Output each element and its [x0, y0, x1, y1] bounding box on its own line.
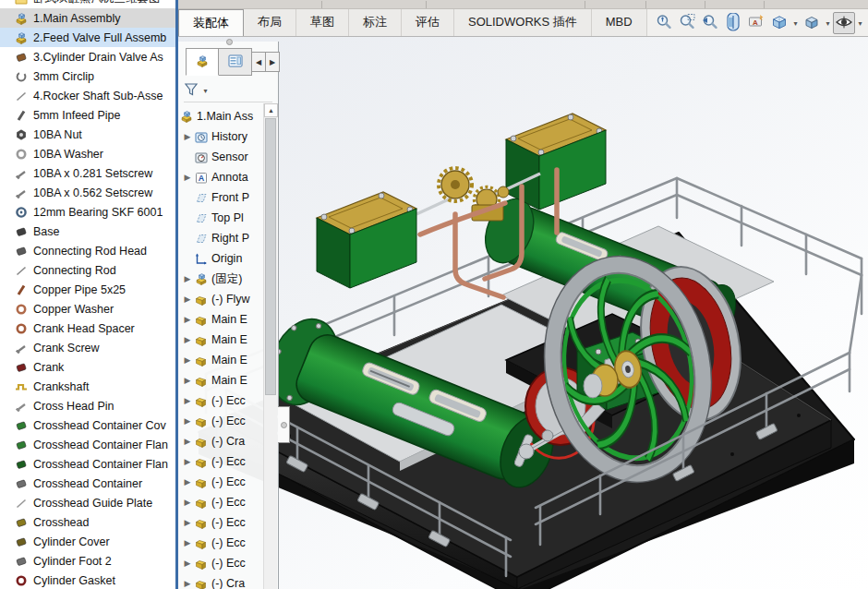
tree-item[interactable]: 1.Main Ass — [178, 106, 263, 126]
sidebar-item[interactable]: Cylinder Cover — [0, 532, 175, 551]
tree-item[interactable]: Front P — [178, 187, 263, 208]
sidebar-item[interactable]: Crosshead Container Cov — [0, 415, 175, 435]
panel-splitter-dot[interactable] — [226, 39, 233, 45]
chevron-down-icon[interactable]: ▾ — [824, 19, 832, 28]
tree-filter[interactable]: ▾ — [184, 79, 272, 102]
tree-item[interactable]: ▶ (-) Ecc — [178, 411, 263, 431]
panel-collapse-handle[interactable] — [278, 406, 290, 443]
display-style-button[interactable] — [801, 12, 823, 34]
expand-arrow-icon[interactable]: ▶ — [182, 315, 193, 324]
tree-item[interactable]: ▶ (-) Ecc — [178, 472, 263, 492]
sidebar-item[interactable]: Crosshead — [0, 512, 175, 532]
tab-布局[interactable]: 布局 — [244, 9, 296, 36]
expand-arrow-icon[interactable]: ▶ — [182, 437, 193, 446]
sidebar-item[interactable]: Copper Washer — [0, 299, 175, 319]
sidebar-item[interactable]: 3.Cylinder Drain Valve As — [0, 47, 175, 66]
tree-item[interactable]: Origin — [178, 248, 263, 269]
tab-MBD[interactable]: MBD — [592, 9, 647, 36]
zoom-to-area-button[interactable] — [676, 12, 698, 34]
expand-arrow-icon[interactable]: ▶ — [182, 477, 193, 487]
hide-show-items-button[interactable] — [833, 12, 855, 34]
tab-SOLIDWORKS 插件[interactable]: SOLIDWORKS 插件 — [454, 9, 592, 36]
sidebar-item[interactable]: Crank — [0, 357, 175, 377]
chevron-down-icon[interactable]: ▾ — [791, 19, 800, 28]
tree-item[interactable]: ▶ Main E — [178, 309, 263, 330]
front-valve-chest[interactable] — [317, 192, 416, 288]
annotation-visibility-button[interactable]: A — [745, 12, 767, 34]
chevron-down-icon[interactable]: ▾ — [856, 19, 864, 28]
expand-arrow-icon[interactable]: ▶ — [182, 396, 193, 405]
tab-评估[interactable]: 评估 — [402, 9, 454, 36]
sidebar-item[interactable]: Crank Head Spacer — [0, 319, 175, 338]
tab-display-pane[interactable] — [219, 48, 252, 76]
tree-item[interactable]: Top Pl — [178, 208, 263, 228]
expand-arrow-icon[interactable]: ▶ — [182, 498, 193, 507]
tree-item[interactable]: ▶ Main E — [178, 370, 263, 391]
tree-item[interactable]: Sensor — [178, 147, 263, 167]
sidebar-item[interactable]: 3mm Circlip — [0, 66, 175, 86]
sidebar-item-clipped[interactable]: 卧式双缸蒸汽机三维套图 — [0, 0, 175, 8]
sidebar-item[interactable]: Crosshead Container Flan — [0, 435, 175, 454]
sidebar-item[interactable]: Base — [0, 222, 175, 241]
section-view-button[interactable] — [722, 12, 744, 34]
tree-item[interactable]: ▶ (-) Cra — [178, 573, 263, 589]
tree-item[interactable]: ▶ Main E — [178, 330, 263, 350]
sidebar-item[interactable]: Crankshaft — [0, 377, 175, 396]
tree-scrollbar[interactable]: ▲ — [263, 103, 277, 589]
tab-标注[interactable]: 标注 — [349, 9, 402, 36]
sidebar-item[interactable]: Cylinder Gasket — [0, 571, 175, 589]
graphics-viewport[interactable] — [178, 37, 868, 589]
tab-草图[interactable]: 草图 — [296, 9, 349, 36]
expand-arrow-icon[interactable]: ▶ — [182, 173, 193, 182]
tree-item[interactable]: ▶ (-) Ecc — [178, 553, 263, 573]
tree-item[interactable]: ▶ History — [178, 126, 263, 147]
sidebar-item[interactable]: 2.Feed Valve Full Assemb — [0, 28, 175, 47]
expand-arrow-icon[interactable]: ▶ — [182, 335, 193, 344]
sidebar-item[interactable]: 12mm Bearing SKF 6001 — [0, 202, 175, 222]
expand-arrow-icon[interactable]: ▶ — [182, 355, 193, 365]
sidebar-item[interactable]: Crank Screw — [0, 338, 175, 357]
tree-item[interactable]: ▶ Main E — [178, 350, 263, 370]
sidebar-item[interactable]: Crosshead Guide Plate — [0, 493, 175, 512]
tree-item[interactable]: ▶ (-) Cra — [178, 431, 263, 451]
tree-item[interactable]: ▶ (-) Ecc — [178, 533, 263, 553]
sidebar-item[interactable]: Copper Pipe 5x25 — [0, 280, 175, 299]
expand-arrow-icon[interactable]: ▶ — [182, 457, 193, 466]
sidebar-item[interactable]: 10BA Nut — [0, 125, 175, 144]
expand-arrow-icon[interactable]: ▶ — [182, 132, 193, 141]
expand-arrow-icon[interactable]: ▶ — [182, 274, 193, 283]
expand-arrow-icon[interactable]: ▶ — [182, 416, 193, 426]
engine-3d-model[interactable] — [178, 37, 868, 589]
sidebar-item[interactable]: Crosshead Container Flan — [0, 454, 175, 474]
sidebar-item[interactable]: Cylinder Foot 2 — [0, 551, 175, 571]
scroll-thumb[interactable] — [265, 118, 276, 395]
expand-arrow-icon[interactable]: ▶ — [182, 559, 193, 568]
sidebar-item[interactable]: 10BA x 0.281 Setscrew — [0, 163, 175, 183]
tree-item[interactable]: ▶ (-) Ecc — [178, 512, 263, 533]
sidebar-item[interactable]: Connecting Rod — [0, 260, 175, 280]
scroll-up-button[interactable]: ▲ — [264, 103, 278, 117]
tree-item[interactable]: ▶ (-) Flyw — [178, 289, 263, 309]
expand-arrow-icon[interactable]: ▶ — [182, 538, 193, 547]
zoom-to-fit-button[interactable] — [653, 12, 675, 34]
tree-tab-right-arrow[interactable]: ▶ — [266, 52, 280, 72]
view-orientation-button[interactable] — [768, 12, 790, 34]
tab-feature-manager[interactable] — [186, 48, 219, 76]
sidebar-item[interactable]: 10BA x 0.562 Setscrew — [0, 183, 175, 202]
tree-item[interactable]: ▶ (-) Ecc — [178, 492, 263, 512]
sidebar-item[interactable]: Connecting Rod Head — [0, 241, 175, 260]
tab-装配体[interactable]: 装配体 — [178, 9, 244, 36]
tree-item[interactable]: ▶ (固定) — [178, 269, 263, 289]
sidebar-item[interactable]: 1.Main Assembly — [0, 8, 175, 28]
expand-arrow-icon[interactable]: ▶ — [182, 518, 193, 527]
previous-view-button[interactable] — [699, 12, 721, 34]
tree-item[interactable]: ▶ A Annota — [178, 167, 263, 187]
expand-arrow-icon[interactable]: ▶ — [182, 376, 193, 385]
sidebar-item[interactable]: 5mm Infeed Pipe — [0, 105, 175, 125]
tree-item[interactable]: ▶ (-) Ecc — [178, 451, 263, 472]
sidebar-item[interactable]: Cross Head Pin — [0, 396, 175, 415]
tree-item[interactable]: Right P — [178, 228, 263, 248]
tree-tab-left-arrow[interactable]: ◀ — [252, 52, 266, 72]
sidebar-item[interactable]: 10BA Washer — [0, 144, 175, 163]
expand-arrow-icon[interactable]: ▶ — [182, 579, 193, 588]
